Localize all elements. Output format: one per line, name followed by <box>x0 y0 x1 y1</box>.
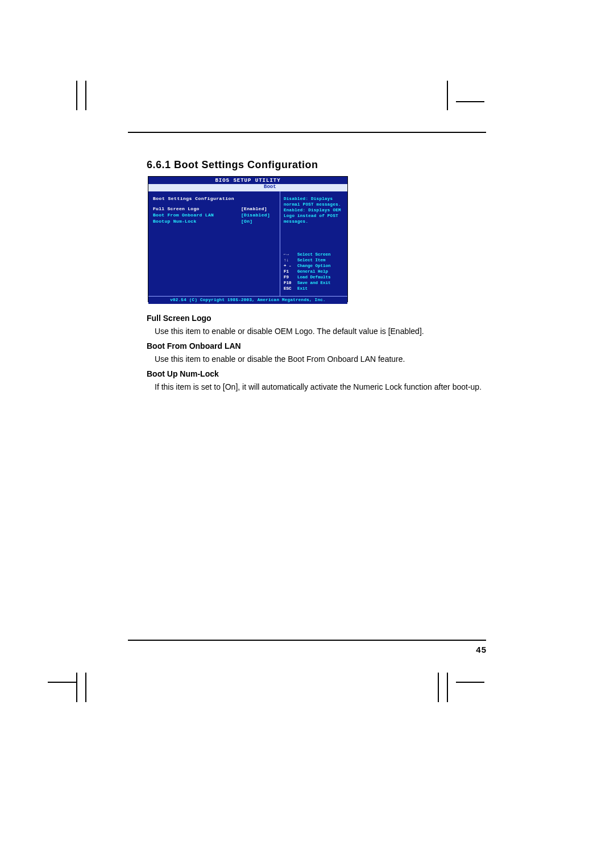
bios-setting-row[interactable]: Full Screen Logo [Enabled] <box>153 206 275 212</box>
bios-help-text: Disabled: Displays normal POST messages.… <box>284 196 344 224</box>
key-action: Select Item <box>297 258 326 262</box>
key-label: ↑↓ <box>284 257 297 263</box>
header-rule <box>128 132 486 133</box>
key-action: General Help <box>297 269 328 274</box>
tab-boot[interactable]: Boot <box>262 184 278 190</box>
bios-section-title: Boot Settings Configuration <box>153 196 275 201</box>
crop-mark <box>456 682 484 683</box>
bios-setting-row[interactable]: Boot From Onboard LAN [Disabled] <box>153 212 275 218</box>
key-action: Save and Exit <box>297 281 331 285</box>
bios-setting-label: Bootup Num-Lock <box>153 218 241 224</box>
crop-mark <box>456 101 484 102</box>
footer-rule <box>128 640 486 641</box>
explanation-block: Full Screen Logo Use this item to enable… <box>147 310 488 395</box>
crop-mark <box>48 682 76 683</box>
key-label: + - <box>284 263 297 269</box>
bios-key-legend: ←→Select Screen ↑↓Select Item + -Change … <box>284 252 344 291</box>
section-heading: 6.6.1 Boot Settings Configuration <box>147 159 318 171</box>
crop-mark <box>438 673 439 702</box>
item-heading: Boot From Onboard LAN <box>147 340 488 352</box>
item-body: If this item is set to [On], it will aut… <box>155 381 488 393</box>
bios-settings-panel: Boot Settings Configuration Full Screen … <box>148 191 280 296</box>
key-action: Load Defaults <box>297 275 331 279</box>
key-action: Select Screen <box>297 252 331 257</box>
key-label: F9 <box>284 274 297 280</box>
crop-mark <box>447 673 448 702</box>
crop-mark <box>76 673 77 702</box>
item-body: Use this item to enable or disable the B… <box>155 353 488 365</box>
crop-mark <box>447 81 448 110</box>
bios-setting-value: [Disabled] <box>241 212 275 218</box>
crop-mark <box>85 81 86 110</box>
key-label: F10 <box>284 280 297 286</box>
key-label: ESC <box>284 286 297 291</box>
bios-title: BIOS SETUP UTILITY <box>148 177 347 184</box>
item-body: Use this item to enable or disable OEM L… <box>155 325 488 337</box>
bios-setting-value: [On] <box>241 218 275 224</box>
bios-setting-label: Boot From Onboard LAN <box>153 212 241 218</box>
item-heading: Boot Up Num-Lock <box>147 368 488 380</box>
key-label: ←→ <box>284 252 297 257</box>
bios-setting-value: [Enabled] <box>241 206 275 212</box>
key-action: Exit <box>297 286 308 291</box>
bios-tabbar: Boot <box>148 184 347 191</box>
crop-mark <box>85 673 86 702</box>
bios-body: Boot Settings Configuration Full Screen … <box>148 191 347 296</box>
key-label: F1 <box>284 269 297 274</box>
document-page: 6.6.1 Boot Settings Configuration BIOS S… <box>0 0 614 868</box>
bios-copyright: v02.54 (C) Copyright 1985-2003, American… <box>148 296 347 304</box>
crop-mark <box>76 81 77 110</box>
item-heading: Full Screen Logo <box>147 312 488 324</box>
bios-setting-label: Full Screen Logo <box>153 206 241 212</box>
bios-setting-row[interactable]: Bootup Num-Lock [On] <box>153 218 275 224</box>
key-action: Change Option <box>297 264 331 268</box>
bios-setup-utility: BIOS SETUP UTILITY Boot Boot Settings Co… <box>148 176 348 302</box>
page-number: 45 <box>476 645 487 654</box>
bios-help-panel: Disabled: Displays normal POST messages.… <box>280 191 347 296</box>
